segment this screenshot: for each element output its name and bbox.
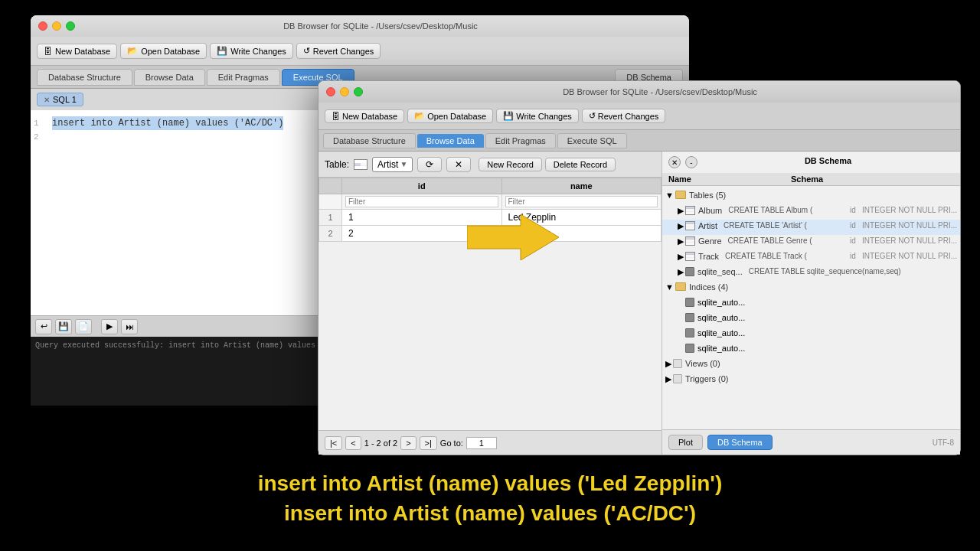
- album-name: Album: [698, 206, 722, 215]
- table-genre-row[interactable]: ▶ Genre CREATE TABLE Genre ( id INTEGER …: [662, 235, 960, 250]
- second-window-title: DB Browser for SQLite - /Users/csev/Desk…: [368, 87, 952, 96]
- prev-page-button[interactable]: <: [345, 436, 361, 450]
- revert-changes-button[interactable]: ↺ Revert Changes: [296, 43, 381, 59]
- second-tab-execute-sql[interactable]: Execute SQL: [557, 133, 627, 148]
- tab-browse-data[interactable]: Browse Data: [134, 69, 205, 86]
- schema-header: ✕ - DB Schema: [662, 152, 960, 173]
- table-icon-track: [685, 252, 695, 261]
- second-tabs-bar: Database Structure Browse Data Edit Prag…: [318, 130, 960, 152]
- indices-group[interactable]: ▼ Indices (4): [662, 281, 960, 296]
- schema-schema-col-header: Schema: [791, 174, 954, 184]
- table-track-row[interactable]: ▶ Track CREATE TABLE Track ( id INTEGER …: [662, 250, 960, 266]
- refresh-button[interactable]: ⟳: [417, 157, 442, 172]
- new-db-icon: 🗄: [44, 47, 52, 56]
- sql-back-btn[interactable]: ↩: [35, 319, 52, 334]
- tab-database-structure[interactable]: Database Structure: [37, 69, 132, 86]
- track-expand-icon[interactable]: ▶: [678, 252, 684, 262]
- triggers-expand-icon[interactable]: ▶: [665, 374, 671, 384]
- artist-name: Artist: [698, 221, 717, 230]
- write-icon: 💾: [217, 46, 227, 56]
- sql-tab-1[interactable]: ✕ SQL 1: [37, 93, 83, 106]
- index-1-name: sqlite_auto...: [697, 298, 745, 307]
- next-page-button[interactable]: >: [400, 436, 416, 450]
- col-rownum-header: [319, 178, 342, 194]
- second-window: DB Browser for SQLite - /Users/csev/Desk…: [318, 80, 961, 455]
- index-2-icon: [685, 313, 694, 322]
- table-album-row[interactable]: ▶ Album CREATE TABLE Album ( id INTEGER …: [662, 204, 960, 220]
- write-changes-button[interactable]: 💾 Write Changes: [210, 43, 293, 59]
- artist-schema-detail: id INTEGER NOT NULL PRI...: [850, 221, 957, 230]
- first-page-button[interactable]: |<: [325, 436, 342, 450]
- triggers-folder-icon: [673, 374, 682, 383]
- second-revert-changes-button[interactable]: ↺ Revert Changes: [582, 109, 666, 123]
- second-tab-edit-pragmas[interactable]: Edit Pragmas: [485, 133, 556, 148]
- table-icon-album: [685, 206, 695, 215]
- clear-filter-button[interactable]: ✕: [446, 157, 471, 172]
- main-window-title: DB Browser for SQLite - /Users/csev/Desk…: [80, 21, 681, 31]
- views-group-label: Views (0): [685, 359, 720, 368]
- album-expand-icon[interactable]: ▶: [678, 206, 684, 216]
- sqlite-seq-expand-icon[interactable]: ▶: [678, 267, 684, 277]
- views-expand-icon[interactable]: ▶: [665, 359, 671, 369]
- sql-tab-close-icon[interactable]: ✕: [44, 96, 50, 104]
- filter-name-input[interactable]: [505, 196, 658, 207]
- views-group[interactable]: ▶ Views (0): [662, 357, 960, 373]
- schema-close-btn[interactable]: ✕: [668, 156, 681, 168]
- filter-name-cell: [501, 194, 662, 210]
- tab-edit-pragmas[interactable]: Edit Pragmas: [207, 69, 280, 86]
- tables-expand-icon[interactable]: ▼: [665, 191, 674, 200]
- sql-stop-btn[interactable]: ⏭: [121, 319, 138, 334]
- utf8-label: UTF-8: [933, 439, 954, 447]
- index-4-row: sqlite_auto...: [662, 342, 960, 357]
- close-button[interactable]: [38, 21, 47, 31]
- table-icon-artist: [685, 221, 695, 230]
- artist-expand-icon[interactable]: ▶: [678, 221, 684, 231]
- open-database-button[interactable]: 📂 Open Database: [120, 43, 207, 59]
- last-page-button[interactable]: >|: [420, 436, 437, 450]
- genre-expand-icon[interactable]: ▶: [678, 236, 684, 246]
- revert-icon: ↺: [303, 46, 310, 56]
- table-artist-row[interactable]: ▶ Artist CREATE TABLE 'Artist' ( id INTE…: [662, 220, 960, 235]
- second-tab-browse-data[interactable]: Browse Data: [417, 134, 484, 148]
- new-record-button[interactable]: New Record: [479, 158, 542, 171]
- minimize-button[interactable]: [52, 21, 61, 31]
- second-new-db-icon: 🗄: [332, 112, 340, 121]
- second-minimize-button[interactable]: [340, 87, 349, 96]
- index-4-name: sqlite_auto...: [697, 344, 745, 353]
- indices-expand-icon[interactable]: ▼: [665, 282, 674, 292]
- second-tab-database-structure[interactable]: Database Structure: [323, 133, 416, 148]
- second-open-database-button[interactable]: 📂 Open Database: [407, 109, 493, 123]
- pagination-bar: |< < 1 - 2 of 2 > >| Go to:: [318, 430, 662, 455]
- tables-group[interactable]: ▼ Tables (5): [662, 189, 960, 204]
- second-close-button[interactable]: [326, 87, 335, 96]
- sql-run-btn[interactable]: ▶: [101, 319, 118, 334]
- open-db-icon: 📂: [127, 46, 138, 56]
- arrow-svg: [467, 214, 559, 260]
- table-sqlite-seq-row[interactable]: ▶ sqlite_seq... CREATE TABLE sqlite_sequ…: [662, 266, 960, 281]
- schema-name-col-header: Name: [668, 174, 791, 184]
- sql-load-btn[interactable]: 📄: [75, 319, 92, 334]
- line-numbers: 1 2: [34, 116, 39, 144]
- album-schema-detail: id INTEGER NOT NULL PRI...: [850, 206, 957, 214]
- schema-min-btn[interactable]: -: [685, 156, 697, 168]
- maximize-button[interactable]: [66, 21, 75, 31]
- table-action-buttons: New Record Delete Record: [479, 158, 616, 171]
- album-schema: CREATE TABLE Album (: [728, 206, 847, 214]
- track-schema: CREATE TABLE Track (: [725, 252, 847, 260]
- table-dropdown[interactable]: Artist ▼: [372, 157, 413, 172]
- goto-input[interactable]: [466, 437, 497, 449]
- second-write-changes-button[interactable]: 💾 Write Changes: [496, 109, 579, 123]
- new-database-button[interactable]: 🗄 New Database: [37, 44, 117, 59]
- filter-id-input[interactable]: [345, 196, 498, 207]
- plot-button[interactable]: Plot: [668, 435, 703, 450]
- sql-save-btn[interactable]: 💾: [55, 319, 72, 334]
- triggers-group[interactable]: ▶ Triggers (0): [662, 373, 960, 388]
- second-new-database-button[interactable]: 🗄 New Database: [325, 109, 404, 123]
- delete-record-button[interactable]: Delete Record: [545, 158, 616, 171]
- genre-name: Genre: [698, 236, 722, 246]
- db-schema-button[interactable]: DB Schema: [707, 435, 773, 450]
- second-title-bar: DB Browser for SQLite - /Users/csev/Desk…: [318, 81, 960, 103]
- second-revert-icon: ↺: [589, 111, 596, 121]
- second-maximize-button[interactable]: [354, 87, 363, 96]
- bottom-text-block: insert into Artist (name) values ('Led Z…: [0, 468, 980, 528]
